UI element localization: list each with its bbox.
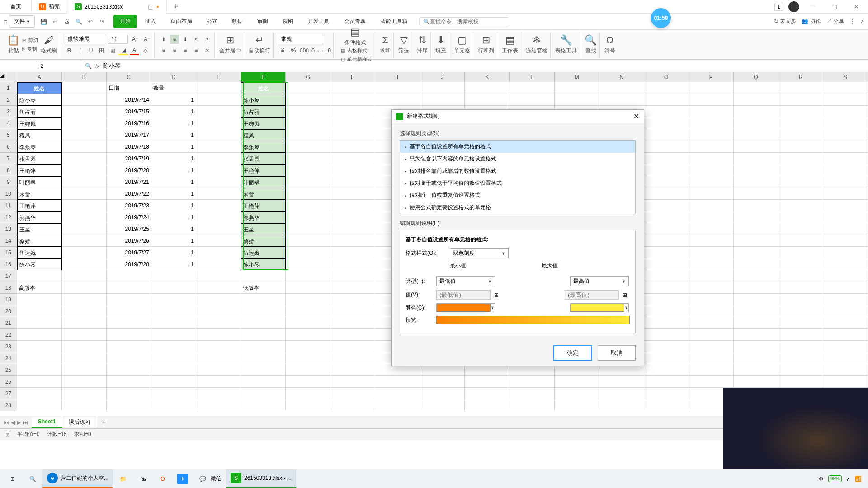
cell[interactable]	[465, 82, 509, 94]
cell[interactable]: 2019/7/28	[107, 258, 151, 270]
row-header[interactable]: 9	[0, 176, 17, 188]
cell[interactable]	[17, 399, 62, 411]
formula-input[interactable]	[103, 62, 864, 69]
cell[interactable]	[62, 376, 107, 388]
underline-button[interactable]: U	[86, 46, 95, 55]
indent-inc-icon[interactable]: ≥	[203, 35, 212, 44]
rowcol-button[interactable]: ⊞行和列	[478, 34, 494, 55]
col-header-K[interactable]: K	[465, 72, 509, 82]
cell[interactable]	[734, 317, 778, 329]
print-back-icon[interactable]: ↩	[51, 19, 59, 25]
cell[interactable]	[62, 117, 107, 129]
cell[interactable]	[644, 341, 689, 352]
cell[interactable]	[644, 176, 689, 188]
office-task[interactable]: O	[153, 469, 173, 488]
col-header-F[interactable]: F	[241, 72, 286, 82]
cell[interactable]	[689, 270, 734, 282]
cell[interactable]	[330, 141, 375, 153]
cell[interactable]	[151, 352, 196, 364]
row-header[interactable]: 23	[0, 341, 17, 352]
cell[interactable]	[465, 388, 509, 399]
cell[interactable]	[151, 305, 196, 317]
new-tab-button[interactable]: +	[167, 2, 185, 11]
row-header[interactable]: 13	[0, 223, 17, 235]
cut-button[interactable]: ✂ 剪切	[22, 37, 38, 44]
network-icon[interactable]: 📶	[855, 476, 862, 482]
cell[interactable]	[823, 317, 868, 329]
cell[interactable]	[107, 305, 151, 317]
clear-format-button[interactable]: ◇	[141, 46, 150, 55]
tab-start[interactable]: 开始	[113, 15, 137, 28]
indent-dec-icon[interactable]: ≤	[192, 35, 201, 44]
cell[interactable]	[823, 117, 868, 129]
cell[interactable]	[330, 305, 375, 317]
cell[interactable]	[644, 106, 689, 117]
cell[interactable]	[734, 141, 778, 153]
rule-item-3[interactable]: ▸仅对排名靠前或靠后的数值设置格式	[400, 165, 635, 177]
row-header[interactable]: 27	[0, 388, 17, 399]
cell[interactable]: 2019/7/21	[107, 176, 151, 188]
preview-icon[interactable]: 🔍	[75, 19, 83, 25]
cell[interactable]	[107, 282, 151, 294]
cell[interactable]	[107, 364, 151, 376]
collab-button[interactable]: 👥 协作	[802, 18, 821, 25]
col-header-Q[interactable]: Q	[734, 72, 778, 82]
cell[interactable]	[689, 200, 734, 211]
row-header[interactable]: 21	[0, 317, 17, 329]
cell[interactable]	[823, 211, 868, 223]
tab-home[interactable]: 首页	[0, 0, 32, 14]
cell[interactable]	[375, 399, 420, 411]
row-header[interactable]: 24	[0, 352, 17, 364]
cell[interactable]	[62, 329, 107, 341]
font-color-button[interactable]: A	[130, 46, 139, 55]
table-style-button[interactable]: ▦ 表格样式	[341, 47, 372, 54]
cell[interactable]	[17, 388, 62, 399]
cell[interactable]	[778, 294, 823, 305]
cell[interactable]	[286, 376, 330, 388]
cell[interactable]	[196, 258, 241, 270]
cell[interactable]	[286, 94, 330, 106]
cell[interactable]	[151, 270, 196, 282]
cell[interactable]	[689, 211, 734, 223]
cell[interactable]	[62, 388, 107, 399]
cell[interactable]	[330, 352, 375, 364]
col-header-S[interactable]: S	[823, 72, 868, 82]
cell[interactable]	[196, 388, 241, 399]
tools-button[interactable]: 🔧表格工具	[555, 34, 577, 55]
col-header-A[interactable]: A	[17, 72, 62, 82]
cell[interactable]	[196, 223, 241, 235]
cell[interactable]	[823, 188, 868, 200]
border-button[interactable]: ▦	[108, 46, 117, 55]
cell[interactable]	[823, 106, 868, 117]
cell[interactable]	[196, 94, 241, 106]
cell[interactable]: 2019/7/19	[107, 153, 151, 164]
cell[interactable]	[196, 164, 241, 176]
cell[interactable]	[17, 352, 62, 364]
cell[interactable]	[330, 200, 375, 211]
cell[interactable]	[734, 235, 778, 247]
cell[interactable]	[241, 376, 286, 388]
cell[interactable]: 1	[151, 223, 196, 235]
cell[interactable]: 2019/7/17	[107, 129, 151, 141]
cell[interactable]	[778, 376, 823, 388]
cell[interactable]: 1	[151, 211, 196, 223]
cell[interactable]	[286, 305, 330, 317]
cell[interactable]	[823, 329, 868, 341]
format-painter-button[interactable]: 🖌格式刷	[41, 34, 57, 55]
cell[interactable]: 宋蕾	[17, 188, 62, 200]
cell[interactable]	[62, 270, 107, 282]
cell[interactable]	[465, 376, 509, 388]
cell[interactable]	[778, 188, 823, 200]
merge-button[interactable]: ⊞合并居中	[219, 34, 241, 55]
cell[interactable]	[286, 341, 330, 352]
cell[interactable]	[286, 317, 330, 329]
cell[interactable]	[689, 258, 734, 270]
cell[interactable]	[644, 200, 689, 211]
cell[interactable]	[286, 223, 330, 235]
cell[interactable]	[778, 364, 823, 376]
cell[interactable]	[196, 329, 241, 341]
copy-button[interactable]: ⎘ 复制	[22, 46, 38, 52]
sheet-tab-1[interactable]: Sheet1	[32, 417, 62, 428]
cell[interactable]	[286, 282, 330, 294]
cell[interactable]	[689, 117, 734, 129]
